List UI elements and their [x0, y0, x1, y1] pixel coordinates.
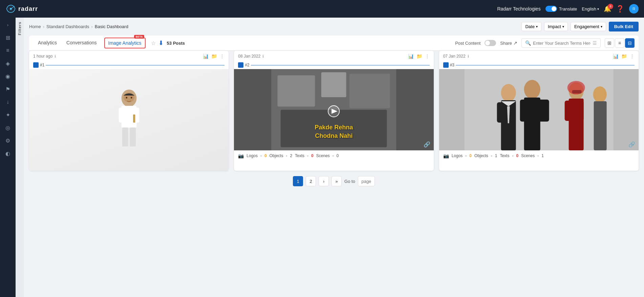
search-box: 🔍 ☰: [521, 38, 601, 48]
post-rank-3: #3: [450, 63, 454, 67]
breadcrumb-sep-1: ›: [43, 24, 44, 29]
impact-chevron-icon: ▾: [562, 25, 564, 28]
goto-label: Go to: [344, 179, 355, 184]
post-platform-icon-1[interactable]: 📊: [203, 54, 209, 59]
breadcrumb-standard[interactable]: Standard Dashboards: [46, 24, 89, 29]
sidebar-collapse-button[interactable]: ›: [5, 20, 10, 29]
translate-toggle[interactable]: [545, 6, 557, 12]
sidebar-icon-settings[interactable]: ⚙: [2, 134, 14, 147]
notification-button[interactable]: 🔔 8: [604, 5, 611, 13]
rank-line-1: [46, 65, 224, 65]
logos-val-3: 0: [469, 153, 472, 158]
brand-name: Radarr Technologies: [497, 6, 540, 12]
column-view-button[interactable]: ⊟: [625, 38, 635, 48]
svg-point-21: [501, 84, 516, 102]
post-link-icon-2[interactable]: 🔗: [424, 141, 430, 148]
sidebar-icon-target[interactable]: ◎: [2, 122, 14, 134]
sidebar-icon-analytics[interactable]: ◈: [2, 57, 14, 69]
filters-label[interactable]: Filters: [18, 22, 22, 35]
tab-image-analytics[interactable]: Image Analytics BETA: [104, 38, 146, 48]
tab-conversations[interactable]: Conversations: [62, 37, 102, 49]
post-rank-2: #2: [245, 63, 249, 67]
scenes-label-3: Scenes: [521, 153, 535, 158]
post-more-icon-2[interactable]: ⋮: [425, 54, 430, 59]
help-button[interactable]: ❓: [616, 5, 624, 13]
logo: radarr: [5, 4, 38, 14]
search-icon: 🔍: [525, 40, 531, 46]
download-button[interactable]: ⬇: [158, 39, 164, 47]
svg-rect-15: [321, 72, 346, 97]
logos-sep-2: -: [260, 153, 262, 158]
engagement-chevron-icon: ▾: [601, 25, 602, 28]
post-link-icon-3[interactable]: 🔗: [628, 141, 635, 148]
language-selector[interactable]: English ▾: [582, 6, 599, 12]
post-folder-icon-3[interactable]: 📁: [621, 54, 627, 59]
camera-icon-3: 📷: [443, 153, 449, 158]
rank-line-3: [456, 65, 635, 65]
objects-label-2: Objects: [270, 153, 283, 158]
breadcrumb-home[interactable]: Home: [29, 24, 41, 29]
list-view-button[interactable]: ≡: [615, 38, 624, 48]
sidebar-icon-flag[interactable]: ⚑: [2, 83, 14, 95]
user-avatar[interactable]: R: [629, 4, 639, 14]
post-content-toggle-knob: [485, 41, 490, 45]
svg-rect-14: [278, 75, 315, 106]
post-more-icon-1[interactable]: ⋮: [220, 54, 224, 59]
scenes-sep-2: -: [332, 153, 334, 158]
navbar-right: Radarr Technologies Translate English ▾ …: [497, 4, 639, 14]
post-platform-icon-2[interactable]: 📊: [408, 54, 414, 59]
svg-rect-16: [349, 74, 390, 108]
sidebar-icon-circle[interactable]: ◉: [2, 70, 14, 82]
date-filter-button[interactable]: Date ▾: [521, 22, 541, 31]
logos-label-3: Logos: [452, 153, 463, 158]
post-meta-left-3: 07 Jan 2022 ℹ: [443, 54, 469, 59]
pagination-bar: 1 2 › » Go to: [29, 171, 639, 189]
post-meta-left-2: 08 Jan 2022 ℹ: [238, 54, 264, 59]
cricket-boy-illustration: [102, 79, 156, 161]
goto-page-input[interactable]: [358, 176, 375, 186]
left-sidebar: › ⊞ ≡ ◈ ◉ ⚑ ↓ ✦ ◎ ⚙ ◐: [0, 18, 16, 297]
grid-view-button[interactable]: ⊞: [605, 38, 614, 48]
translate-section: Translate: [545, 6, 577, 12]
star-favorite-button[interactable]: ☆: [151, 40, 156, 46]
post-platform-icon-3[interactable]: 📊: [613, 54, 619, 59]
svg-point-11: [130, 97, 132, 99]
objects-label-3: Objects: [474, 153, 488, 158]
bulk-edit-button[interactable]: Bulk Edit: [609, 22, 639, 31]
rank-line-2: [251, 65, 430, 65]
scenes-val-3: 1: [541, 153, 544, 158]
objects-sep-2: -: [286, 153, 287, 158]
tab-analytics[interactable]: Analytics: [33, 37, 62, 49]
next-page-button[interactable]: ›: [319, 176, 329, 186]
svg-point-33: [567, 81, 585, 94]
texts-label-2: Texts: [295, 153, 304, 158]
filters-panel: Filters: [16, 18, 24, 297]
post-folder-icon-2[interactable]: 📁: [416, 54, 422, 59]
post-info-icon-1[interactable]: ℹ: [55, 54, 56, 59]
last-page-button[interactable]: »: [331, 176, 342, 186]
search-input[interactable]: [533, 41, 591, 46]
page-2-button[interactable]: 2: [306, 176, 316, 186]
svg-rect-8: [130, 127, 136, 146]
sidebar-icon-star[interactable]: ✦: [2, 109, 14, 121]
sidebar-icon-download[interactable]: ↓: [2, 96, 14, 108]
share-button[interactable]: Share ↗: [500, 40, 517, 46]
impact-filter-button[interactable]: Impact ▾: [544, 22, 568, 31]
texts-val-3: 0: [516, 153, 518, 158]
sidebar-icon-list[interactable]: ≡: [2, 44, 14, 57]
filter-lines-icon[interactable]: ☰: [593, 40, 597, 46]
post-info-icon-3[interactable]: ℹ: [468, 54, 469, 59]
post-image-2: Pakde Rehna Chodna Nahi 🔗: [234, 69, 433, 150]
post-actions-1: 📊 📁 ⋮: [203, 54, 224, 59]
post-info-icon-2[interactable]: ℹ: [262, 54, 264, 59]
engagement-filter-button[interactable]: Engagement ▾: [571, 22, 606, 31]
breadcrumb: Home › Standard Dashboards › Basic Dashb…: [29, 22, 639, 31]
post-folder-icon-1[interactable]: 📁: [211, 54, 217, 59]
post-card-2: 08 Jan 2022 ℹ 📊 📁 ⋮ #2: [234, 51, 433, 171]
sidebar-icon-user[interactable]: ◐: [2, 147, 14, 160]
post-content-toggle[interactable]: [485, 40, 496, 46]
sidebar-icon-dashboard[interactable]: ⊞: [2, 31, 14, 44]
page-1-button[interactable]: 1: [293, 176, 303, 186]
post-time-1: 1 hour ago: [33, 54, 52, 59]
post-more-icon-3[interactable]: ⋮: [630, 54, 635, 59]
